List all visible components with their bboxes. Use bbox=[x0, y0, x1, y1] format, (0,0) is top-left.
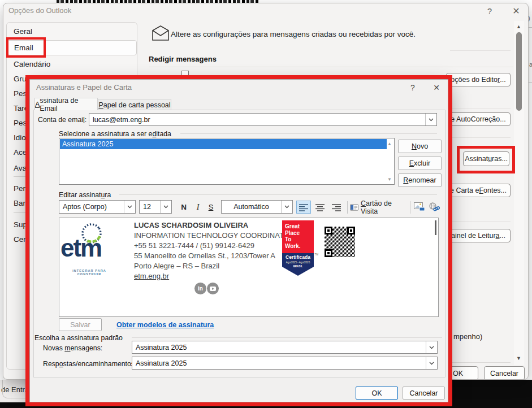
gptw-line3: To bbox=[285, 236, 314, 243]
font-size-combobox[interactable]: 12 bbox=[139, 200, 172, 214]
clipped-right-line bbox=[529, 27, 532, 28]
align-center-icon[interactable] bbox=[313, 201, 327, 214]
scroll-up-icon[interactable]: ▲ bbox=[516, 24, 521, 29]
sidebar-item-central[interactable]: Cen bbox=[14, 235, 28, 246]
underline-button[interactable]: S bbox=[205, 201, 217, 213]
sidebar-item-pesquisar[interactable]: Pesq bbox=[14, 119, 31, 130]
youtube-icon[interactable] bbox=[207, 283, 219, 294]
new-messages-combobox[interactable]: Assinatura 2025 bbox=[132, 341, 438, 354]
replies-value: Assinatura 2025 bbox=[132, 357, 426, 369]
sidebar-item-acessibilidade[interactable]: Ace bbox=[14, 148, 27, 159]
bold-button[interactable]: N bbox=[177, 201, 191, 213]
signature-website-link[interactable]: etm.eng.br bbox=[134, 272, 169, 280]
stationery-fonts-button[interactable]: e Carta e Fontes... bbox=[446, 184, 511, 197]
font-combobox[interactable]: Aptos (Corpo) bbox=[59, 200, 136, 214]
checkbox-partial[interactable] bbox=[181, 71, 189, 76]
linkedin-icon[interactable]: in bbox=[194, 283, 206, 294]
page-scrollbar[interactable]: ▲ ▼ bbox=[514, 21, 524, 365]
align-left-icon[interactable] bbox=[296, 201, 311, 214]
page-intro: Altere as configurações para mensagens c… bbox=[171, 30, 416, 38]
sidebar-item-tarefas[interactable]: Tare bbox=[14, 104, 28, 115]
dialog-title: Assinaturas e Papel de Carta bbox=[36, 83, 132, 92]
color-chevron-icon[interactable] bbox=[281, 201, 292, 213]
tab-papel-de-carta[interactable]: Papel de carta pessoal bbox=[98, 99, 171, 110]
edit-group-line bbox=[119, 194, 437, 195]
scroll-down-icon[interactable]: ▼ bbox=[516, 355, 521, 361]
signature-editor[interactable]: etm INTEGRAR PARA CONSTRUIR LUCAS SCHARD… bbox=[59, 218, 439, 317]
signature-scrollbar-thumb[interactable] bbox=[435, 220, 436, 235]
close-icon[interactable]: ✕ bbox=[511, 6, 522, 16]
business-card-button[interactable]: Cartão de Visita bbox=[350, 201, 408, 214]
signature-list-item[interactable]: Assinatura 2025 bbox=[60, 139, 387, 149]
account-combobox[interactable]: lucas@etm.eng.br bbox=[89, 113, 437, 126]
column-rule-3 bbox=[450, 137, 511, 138]
window-title: Opções do Outlook bbox=[8, 6, 71, 15]
help-icon[interactable]: ? bbox=[484, 6, 495, 16]
list-scroll-down-icon[interactable]: ▼ bbox=[387, 177, 392, 182]
sidebar-item-calendario[interactable]: Calendário bbox=[14, 60, 50, 71]
new-signature-button[interactable]: Novo bbox=[398, 140, 442, 153]
save-button[interactable]: Salvar bbox=[59, 318, 102, 331]
signature-phone: +55 51 3221-7444 / (51) 99142-6429 bbox=[134, 241, 254, 250]
select-signature-label: Selecione a assinatura a ser editada bbox=[59, 130, 171, 138]
sidebar-item-pessoas[interactable]: Pess bbox=[14, 89, 31, 101]
sidebar-item-personalizar[interactable]: Pers bbox=[14, 184, 29, 196]
clipped-page-text: mpenho) bbox=[453, 332, 482, 341]
sidebar-item-avancado[interactable]: Ava bbox=[14, 164, 27, 175]
replies-chevron-icon[interactable] bbox=[426, 357, 437, 369]
default-group-line bbox=[132, 337, 442, 338]
sidebar-divider bbox=[14, 176, 31, 177]
replies-combobox[interactable]: Assinatura 2025 bbox=[132, 357, 438, 370]
new-messages-chevron-icon[interactable] bbox=[426, 341, 437, 353]
select-group-line bbox=[180, 133, 437, 134]
cancel-button[interactable]: Cancelar bbox=[484, 366, 525, 380]
reading-pane-button[interactable]: ainel de Leitura... bbox=[446, 229, 511, 242]
sidebar-item-suplementos[interactable]: Sup bbox=[14, 220, 27, 232]
font-chevron-icon[interactable] bbox=[124, 201, 135, 213]
replies-label: Respostas/encaminhamentos: bbox=[43, 360, 136, 368]
signature-listbox[interactable]: Assinatura 2025 ▲ ▼ bbox=[59, 138, 395, 185]
new-messages-value: Assinatura 2025 bbox=[132, 341, 426, 353]
qr-finder-3 bbox=[325, 249, 332, 257]
signature-templates-link[interactable]: Obter modelos de assinatura bbox=[116, 321, 214, 329]
signatures-button[interactable]: Assinaturas... bbox=[463, 151, 509, 166]
column-rule bbox=[450, 50, 511, 51]
etm-logo-text: etm bbox=[60, 235, 101, 261]
font-color-combobox[interactable]: Automático bbox=[221, 200, 293, 214]
insert-link-icon[interactable] bbox=[427, 201, 441, 214]
column-rule-2 bbox=[450, 108, 511, 108]
sidebar-item-idioma[interactable]: Idio bbox=[14, 133, 26, 145]
insert-image-icon[interactable] bbox=[413, 201, 426, 214]
rename-signature-button[interactable]: Renomear bbox=[398, 173, 442, 187]
column-rule-4 bbox=[450, 221, 511, 222]
dialog-ok-button[interactable]: OK bbox=[356, 387, 398, 400]
editor-options-button[interactable]: pções do Editor... bbox=[446, 73, 511, 86]
gptw-badge-bottom: Certificada Ago/2025 - Ago/2026 BRASIL bbox=[282, 253, 314, 276]
business-card-label: Cartão de Visita bbox=[361, 199, 408, 215]
size-chevron-icon[interactable] bbox=[160, 201, 171, 213]
sidebar-item-geral[interactable]: Geral bbox=[14, 27, 32, 38]
align-right-icon[interactable] bbox=[329, 201, 344, 214]
gptw-badge-top: Great Place To Work. bbox=[282, 220, 314, 253]
sidebar-item-barra[interactable]: Barr bbox=[14, 199, 28, 210]
chevron-down-icon[interactable] bbox=[425, 114, 436, 125]
delete-signature-button[interactable]: Excluir bbox=[398, 157, 442, 170]
gptw-line4: Work. bbox=[285, 243, 314, 250]
edit-signature-label: Editar assinatura bbox=[59, 191, 111, 199]
dialog-close-icon[interactable]: ✕ bbox=[431, 83, 442, 92]
gptw-dates: Ago/2025 - Ago/2026 bbox=[282, 260, 314, 264]
linkedin-glyph: in bbox=[198, 285, 203, 292]
autocorrect-button[interactable]: e AutoCorreção... bbox=[446, 112, 511, 126]
list-scroll-up-icon[interactable]: ▲ bbox=[387, 141, 392, 146]
scrollbar-thumb[interactable] bbox=[516, 32, 522, 111]
account-value: lucas@etm.eng.br bbox=[89, 114, 425, 125]
sidebar-item-email[interactable]: Email bbox=[7, 40, 137, 55]
dialog-help-icon[interactable]: ? bbox=[408, 83, 418, 92]
default-signature-group-label: Escolha a assinatura padrão bbox=[34, 334, 123, 342]
dialog-cancel-button[interactable]: Cancelar bbox=[403, 387, 445, 400]
italic-button[interactable]: I bbox=[192, 201, 204, 213]
qr-code bbox=[323, 225, 356, 258]
font-value: Aptos (Corpo) bbox=[59, 201, 124, 213]
new-messages-label: Novas mensagens: bbox=[43, 344, 102, 352]
tab-assinatura-de-email[interactable]: Assinatura de Email bbox=[34, 98, 98, 110]
